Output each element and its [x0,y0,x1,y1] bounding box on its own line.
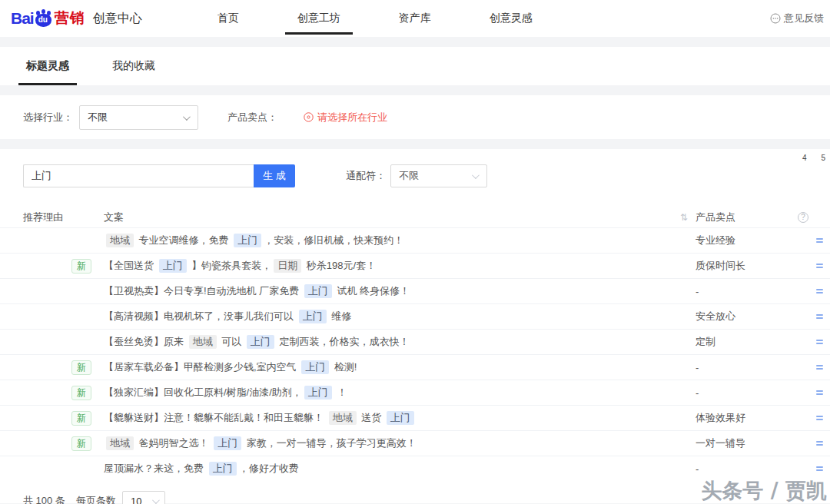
placeholder-tag: 地域 [189,335,217,349]
wildcard-tag: 上门 [234,234,261,247]
new-badge: 新 [71,386,91,400]
copy-cell: 地域 专业空调维修，免费 上门，安装，修旧机械，快来预约！ [104,234,696,247]
wildcard-tag: 上门 [301,360,329,374]
reason-cell: 新 [23,411,104,426]
sub-tabs: 标题灵感 我的收藏 [0,47,830,85]
industry-select[interactable]: 不限 [79,105,198,130]
nav-item-creative-inspiration[interactable]: 创意灵感 [477,0,545,37]
copy-cell: 地域 爸妈明智之选！ 上门 家教，一对一辅导，孩子学习更高效！ [104,436,696,450]
selling-point-cell: 定制 [696,335,816,349]
reason-cell: 新 [23,386,104,400]
wildcard-tag: 上门 [387,411,414,425]
logo-brand-text: 营销 [55,8,85,28]
column-header-selling-point[interactable]: 产品卖点 [696,211,735,224]
clipped-action-link[interactable] [816,313,830,320]
chevron-down-icon [472,171,480,179]
new-badge: 新 [71,411,91,426]
selling-point-cell: - [696,362,816,373]
table-row: 新【居家车载必备】甲醛检测多少钱,室内空气 上门 检测!- [0,354,830,380]
clipped-action-link[interactable] [816,237,830,244]
selling-point-cell: 体验效果好 [696,411,816,425]
column-header-copy[interactable]: 文案 [104,211,124,224]
copy-text: 家教，一对一辅导，孩子学习更高效！ [244,437,417,449]
wildcard-tag: 上门 [304,386,332,400]
copy-text: 可以 [219,336,244,347]
selling-point-cell: - [696,387,816,399]
help-circle-icon[interactable]: ? [798,212,808,223]
table-row: 【高清视频】电视机坏了，没事儿我们可以 上门 维修安全放心 [0,303,830,329]
table-row: 地域 专业空调维修，免费 上门，安装，修旧机械，快来预约！专业经验 [0,227,830,253]
clipped-action-link[interactable] [816,389,830,396]
new-badge: 新 [71,360,91,375]
copy-text: 送货 [359,412,384,423]
wildcard-label: 通配符： [346,169,386,183]
clipped-action-link[interactable] [816,465,830,472]
wildcard-tag: 上门 [209,462,237,476]
copy-cell: 【卫视热卖】今日专享!自动洗地机 厂家免费 上门 试机 终身保修！ [104,284,696,298]
nav-label: 创意灵感 [490,12,533,25]
page-size-label: 每页条数 [76,494,116,504]
nav-item-asset-library[interactable]: 资产库 [387,0,443,37]
page-number[interactable]: 5 [821,154,825,162]
copy-text: 【高清视频】电视机坏了，没事儿我们可以 [104,310,297,322]
keyword-input[interactable] [23,164,254,187]
table-row: 新地域 爸妈明智之选！ 上门 家教，一对一辅导，孩子学习更高效！一对一辅导 [0,430,830,456]
copy-text: ，安装，修旧机械，快来预约！ [264,234,403,246]
new-badge: 新 [71,259,91,274]
placeholder-tag: 地域 [106,436,134,450]
copy-text: 】钧瓷茶具套装， [189,260,272,271]
clipped-action-link[interactable] [816,439,830,447]
copy-cell: 【独家汇编】回收化工原料/树脂/油漆/助剂，上门 ！ [104,386,696,400]
selling-point-cell: 质保时间长 [696,259,816,273]
tab-title-inspiration[interactable]: 标题灵感 [22,59,74,85]
table-row: 新【独家汇编】回收化工原料/树脂/油漆/助剂，上门 ！- [0,380,830,405]
section-divider [0,37,830,47]
main-panel: 生 成 通配符： 不限 推荐理由 文案 ⇅ 产品卖点 ? 地域 专业空调维修，免… [0,149,830,503]
wildcard-tag: 上门 [247,335,274,349]
industry-select-value: 不限 [88,111,108,124]
pagination-pages[interactable]: 4 5 [790,154,825,162]
copy-text: 【蚕丝免烫】原来 [104,336,187,347]
generator-bar: 生 成 通配符： 不限 [0,159,830,193]
baidu-marketing-logo[interactable]: Bai du 营销 创意中心 [0,8,142,28]
nav-item-creative-workshop[interactable]: 创意工坊 [285,0,353,37]
sort-icon[interactable]: ⇅ [680,212,688,223]
table-row: 【蚕丝免烫】原来 地域 可以 上门 定制西装，价格实，成衣快！定制 [0,329,830,354]
baidu-paw-icon: du [35,9,53,28]
copy-text: 【全国送货 [104,260,157,271]
generate-button[interactable]: 生 成 [254,164,295,187]
copy-text: 定制西装，价格实，成衣快！ [277,336,410,347]
clipped-action-link[interactable] [816,338,830,346]
app-header: Bai du 营销 创意中心 首页 创意工坊 资产库 创意灵感 意见反馈 [0,0,830,37]
copy-text: ，修好才收费 [239,463,299,474]
total-count: 共 100 条 [23,494,65,504]
tab-my-favorites[interactable]: 我的收藏 [108,59,160,85]
page-size-select[interactable]: 10 [122,491,165,504]
clipped-action-link[interactable] [816,262,830,270]
nav-label: 资产库 [399,12,431,25]
placeholder-tag: 日期 [274,259,301,273]
selling-point-cell: 专业经验 [696,234,816,247]
clipped-action-link[interactable] [816,363,830,371]
industry-warning: 请选择所在行业 [304,111,387,124]
section-divider [0,139,830,149]
industry-label: 选择行业： [23,111,73,124]
placeholder-tag: 地域 [106,234,134,247]
selling-point-cell: - [696,286,816,297]
nav-item-home[interactable]: 首页 [205,0,251,37]
chevron-down-icon [152,496,160,504]
copy-text: 【独家汇编】回收化工原料/树脂/油漆/助剂， [104,386,302,398]
table-row: 新【全国送货 上门 】钧瓷茶具套装，日期 秒杀198元/套！质保时间长 [0,253,830,278]
clipped-action-link[interactable] [816,414,830,422]
feedback-link[interactable]: 意见反馈 [770,0,824,37]
wildcard-select[interactable]: 不限 [390,164,487,187]
table-header: 推荐理由 文案 ⇅ 产品卖点 ? [0,207,830,227]
clipped-action-link[interactable] [816,287,830,295]
page-number[interactable]: 4 [802,154,807,162]
section-divider [0,85,830,95]
page-size-value: 10 [131,496,141,504]
copy-text: 屋顶漏水？来这，免费 [104,463,207,474]
copy-cell: 【居家车载必备】甲醛检测多少钱,室内空气 上门 检测! [104,360,696,374]
column-header-reason[interactable]: 推荐理由 [23,211,104,224]
wildcard-select-value: 不限 [399,169,419,183]
